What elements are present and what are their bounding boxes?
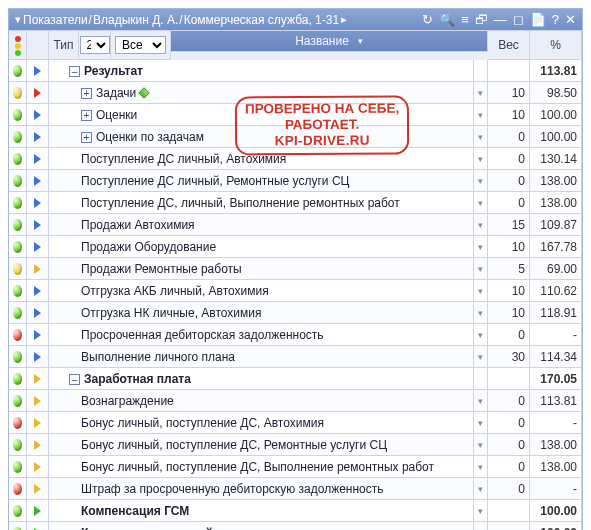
table-row[interactable]: –Результат113.81	[9, 60, 582, 82]
name-cell[interactable]: Поступление ДС личный, Автохимия	[49, 148, 474, 170]
percent-header[interactable]: %	[530, 31, 582, 60]
name-cell[interactable]: Компенсация ГСМ	[49, 500, 474, 522]
row-menu-toggle[interactable]: ▾	[474, 390, 488, 412]
table-row[interactable]: +Оценки▾10100.00	[9, 104, 582, 126]
name-cell[interactable]: Продажи Ремонтные работы	[49, 258, 474, 280]
help-icon[interactable]: ?	[552, 12, 559, 27]
name-cell[interactable]: Отгрузка АКБ личный, Автохимия	[49, 280, 474, 302]
app-window: ▾ Показатели / Владыкин Д. А. / Коммерче…	[8, 8, 583, 530]
table-row[interactable]: Продажи Ремонтные работы▾569.00	[9, 258, 582, 280]
status-header[interactable]	[9, 31, 27, 60]
level-select[interactable]: 2	[80, 36, 110, 54]
table-row[interactable]: Бонус личный, поступление ДС, Автохимия▾…	[9, 412, 582, 434]
weight-header[interactable]: Вес	[488, 31, 530, 60]
row-menu-toggle[interactable]: ▾	[474, 522, 488, 530]
breadcrumb-seg-2[interactable]: Владыкин Д. А.	[93, 13, 178, 27]
row-menu-toggle[interactable]: ▾	[474, 192, 488, 214]
table-row[interactable]: Штраф за просроченную дебиторскую задолж…	[9, 478, 582, 500]
table-row[interactable]: Отгрузка АКБ личный, Автохимия▾10110.62	[9, 280, 582, 302]
minimize-icon[interactable]: —	[494, 12, 507, 27]
breadcrumb-seg-1[interactable]: Показатели	[23, 13, 88, 27]
row-menu-toggle[interactable]: ▾	[474, 104, 488, 126]
table-row[interactable]: +Задачи▾1098.50	[9, 82, 582, 104]
table-row[interactable]: Выполнение личного плана▾30114.34	[9, 346, 582, 368]
row-menu-toggle[interactable]: ▾	[474, 324, 488, 346]
name-cell[interactable]: Бонус личный, поступление ДС, Ремонтные …	[49, 434, 474, 456]
row-menu-toggle[interactable]: ▾	[474, 500, 488, 522]
name-header[interactable]: Название ▾	[171, 31, 488, 52]
weight-cell: 0	[488, 434, 530, 456]
page-icon[interactable]: 📄	[530, 12, 546, 27]
row-menu-toggle[interactable]: ▾	[474, 346, 488, 368]
table-row[interactable]: Продажи Автохимия▾15109.87	[9, 214, 582, 236]
table-row[interactable]: Компенсация ГСМ▾100.00	[9, 500, 582, 522]
name-cell[interactable]: Просроченная дебиторская задолженность	[49, 324, 474, 346]
table-row[interactable]: Поступление ДС личный, Автохимия▾0130.14	[9, 148, 582, 170]
table-row[interactable]: Просроченная дебиторская задолженность▾0…	[9, 324, 582, 346]
expand-icon[interactable]: +	[81, 132, 92, 143]
name-cell[interactable]: –Результат	[49, 60, 474, 82]
table-row[interactable]: Компенсация сотовой связи▾100.00	[9, 522, 582, 530]
weight-cell: 0	[488, 170, 530, 192]
percent-cell: 100.00	[530, 104, 582, 126]
row-menu-toggle[interactable]: ▾	[474, 412, 488, 434]
breadcrumb-next-icon[interactable]: ▸	[341, 13, 347, 26]
row-menu-toggle[interactable]: ▾	[474, 258, 488, 280]
status-cell	[9, 302, 27, 324]
refresh-icon[interactable]: ↻	[422, 12, 433, 27]
type-header[interactable]: Тип	[49, 31, 79, 60]
row-menu-toggle[interactable]: ▾	[474, 236, 488, 258]
name-cell[interactable]: +Оценки по задачам	[49, 126, 474, 148]
table-row[interactable]: Продажи Оборудование▾10167.78	[9, 236, 582, 258]
name-cell[interactable]: +Оценки	[49, 104, 474, 126]
scope-filter[interactable]: Все	[111, 31, 171, 60]
name-cell[interactable]: Поступление ДС личный, Ремонтные услуги …	[49, 170, 474, 192]
title-caret-icon[interactable]: ▾	[15, 13, 21, 26]
row-menu-toggle[interactable]: ▾	[474, 170, 488, 192]
table-row[interactable]: Поступление ДС личный, Ремонтные услуги …	[9, 170, 582, 192]
search-icon[interactable]: 🔍	[439, 12, 455, 27]
expand-icon[interactable]: +	[81, 110, 92, 121]
name-cell[interactable]: Отгрузка НК личные, Автохимия	[49, 302, 474, 324]
name-cell[interactable]: Вознаграждение	[49, 390, 474, 412]
collapse-icon[interactable]: –	[69, 374, 80, 385]
percent-cell: 109.87	[530, 214, 582, 236]
list-icon[interactable]: ≡	[461, 12, 469, 27]
name-cell[interactable]: Продажи Автохимия	[49, 214, 474, 236]
name-cell[interactable]: Бонус личный, поступление ДС, Автохимия	[49, 412, 474, 434]
name-cell[interactable]: Компенсация сотовой связи	[49, 522, 474, 530]
row-menu-toggle[interactable]: ▾	[474, 126, 488, 148]
name-cell[interactable]: Продажи Оборудование	[49, 236, 474, 258]
row-menu-toggle[interactable]: ▾	[474, 148, 488, 170]
maximize-icon[interactable]: ◻	[513, 12, 524, 27]
row-menu-toggle[interactable]: ▾	[474, 280, 488, 302]
breadcrumb-seg-3[interactable]: Коммерческая служба, 1-31	[184, 13, 339, 27]
table-row[interactable]: Бонус личный, поступление ДС, Выполнение…	[9, 456, 582, 478]
name-cell[interactable]: Бонус личный, поступление ДС, Выполнение…	[49, 456, 474, 478]
row-menu-toggle[interactable]: ▾	[474, 456, 488, 478]
row-menu-toggle[interactable]: ▾	[474, 434, 488, 456]
name-cell[interactable]: +Задачи	[49, 82, 474, 104]
status-dot-icon	[13, 307, 22, 319]
name-cell[interactable]: Штраф за просроченную дебиторскую задолж…	[49, 478, 474, 500]
collapse-icon[interactable]: –	[69, 66, 80, 77]
scope-select[interactable]: Все	[115, 36, 166, 54]
level-filter[interactable]: 2	[79, 31, 111, 60]
row-menu-toggle[interactable]: ▾	[474, 82, 488, 104]
table-row[interactable]: Вознаграждение▾0113.81	[9, 390, 582, 412]
expand-icon[interactable]: +	[81, 88, 92, 99]
direction-header[interactable]	[27, 31, 49, 60]
row-menu-toggle[interactable]: ▾	[474, 478, 488, 500]
windows-icon[interactable]: 🗗	[475, 12, 488, 27]
table-row[interactable]: –Заработная плата170.05	[9, 368, 582, 390]
row-menu-toggle[interactable]: ▾	[474, 214, 488, 236]
close-icon[interactable]: ✕	[565, 12, 576, 27]
name-cell[interactable]: –Заработная плата	[49, 368, 474, 390]
table-row[interactable]: +Оценки по задачам▾0100.00	[9, 126, 582, 148]
table-row[interactable]: Бонус личный, поступление ДС, Ремонтные …	[9, 434, 582, 456]
name-cell[interactable]: Выполнение личного плана	[49, 346, 474, 368]
table-row[interactable]: Поступление ДС, личный, Выполнение ремон…	[9, 192, 582, 214]
table-row[interactable]: Отгрузка НК личные, Автохимия▾10118.91	[9, 302, 582, 324]
row-menu-toggle[interactable]: ▾	[474, 302, 488, 324]
name-cell[interactable]: Поступление ДС, личный, Выполнение ремон…	[49, 192, 474, 214]
